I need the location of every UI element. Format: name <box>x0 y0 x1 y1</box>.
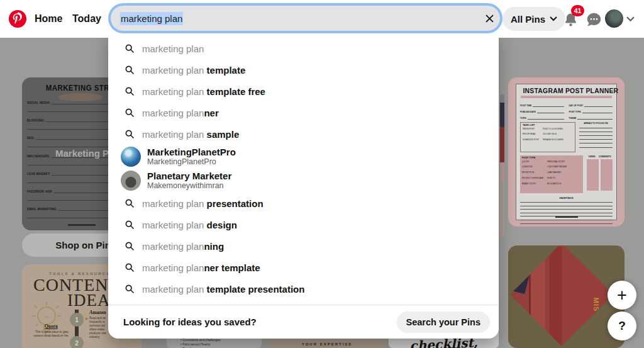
suggestion-row[interactable]: marketing plan template presentation <box>108 278 499 300</box>
suggestion-row[interactable]: marketing plan <box>108 38 499 59</box>
search-suggestions-dropdown: marketing plan marketing plan template m… <box>108 30 499 339</box>
saved-ideas-prompt: Looking for ideas you saved? <box>123 317 257 327</box>
collage-text: MIS <box>570 247 585 254</box>
pin-edge-sliver <box>500 94 504 236</box>
search-icon <box>125 220 135 230</box>
pin-instagram-post-planner[interactable]: INSTAGRAM POST PLANNER POST TIME DAY OF … <box>508 77 625 227</box>
collage-text: MIS <box>513 256 521 267</box>
suggestion-row[interactable]: marketing plan template <box>108 59 499 81</box>
arrow-right-icon: ▶ <box>86 316 89 320</box>
field-label: EMAIL MARKETING: <box>27 208 57 211</box>
profile-handle: Makemoneywithimran <box>147 181 231 191</box>
question-icon: ? <box>618 319 626 333</box>
nav-today-link[interactable]: Today <box>72 13 101 25</box>
account-menu-button[interactable] <box>624 13 636 25</box>
search-icon <box>125 65 135 75</box>
pinterest-logo[interactable] <box>9 10 26 28</box>
title-underline <box>521 96 612 98</box>
task-list-box: TASK LIST WRITE POST PROOF READ SCHEDULE… <box>520 122 575 152</box>
search-icon <box>125 262 135 272</box>
search-input[interactable]: marketing plan <box>111 6 500 31</box>
field-label: INFLUENCERS: <box>27 155 50 158</box>
profile-avatar <box>121 147 141 167</box>
field-label: LEAD MAGNET: <box>27 172 50 176</box>
pinterest-app: MARKETING STRATE SOCIAL MEDIA: BLOGGING:… <box>0 0 644 348</box>
search-icon <box>125 129 135 139</box>
search-icon <box>125 86 135 96</box>
post-type-box: POST TYPE QUOTE QUESTION PROMOTION PRODU… <box>520 155 583 193</box>
timeline-step-1: 1 <box>70 313 84 327</box>
messages-button[interactable] <box>584 9 604 30</box>
hashtags-label: HASHTAGS <box>520 196 613 199</box>
chevron-down-icon <box>626 16 635 22</box>
profile-suggestion[interactable]: Planetary Marketer Makemoneywithimran <box>108 169 499 193</box>
search-icon <box>125 198 135 208</box>
search-input-value: marketing plan <box>120 12 183 25</box>
top-nav: Home Today marketing plan All Pins 41 <box>0 0 644 38</box>
search-icon <box>125 241 135 251</box>
field-label: SOCIAL MEDIA: <box>27 101 50 104</box>
stats-box: VIEWS COMMENTS <box>587 155 613 193</box>
chat-icon <box>586 11 602 28</box>
nav-home-link[interactable]: Home <box>35 13 62 25</box>
header-fields: POST TIME DAY OF POST PUBLISH DATE POST … <box>520 101 613 120</box>
focus-areas-box: AREAS TO FOCUS ON <box>579 122 613 152</box>
profile-avatar <box>121 171 141 191</box>
profile-handle: MarketingPlanetPro <box>147 157 236 167</box>
lightbulb-icon <box>30 301 64 345</box>
item-text-quora: This is great place to get content ideas… <box>23 330 79 338</box>
suggestion-row[interactable]: marketing plan sample <box>108 123 499 145</box>
dropdown-footer: Looking for ideas you saved? Search your… <box>108 305 499 339</box>
suggestion-row[interactable]: marketing planning <box>108 235 499 257</box>
search-icon <box>125 43 135 53</box>
notification-badge: 41 <box>571 5 584 16</box>
help-button[interactable]: ? <box>608 312 636 340</box>
collage-text: MIS <box>592 298 600 312</box>
watermark <box>68 224 96 226</box>
watermark <box>555 216 578 218</box>
all-pins-filter-button[interactable]: All Pins <box>502 7 565 31</box>
suggestion-row[interactable]: marketing planner template <box>108 257 499 278</box>
notifications-button[interactable]: 41 <box>560 9 580 30</box>
decorative-smudge <box>58 93 103 101</box>
plus-icon: + <box>617 286 627 305</box>
suggestion-row[interactable]: marketing plan presentation <box>108 193 499 214</box>
profile-suggestion[interactable]: MarketingPlanetPro MarketingPlanetPro <box>108 145 499 169</box>
chevron-down-icon <box>550 16 557 21</box>
pin-title: INSTAGRAM POST PLANNER <box>523 87 609 94</box>
item-title-quora: Quora <box>45 323 58 329</box>
search-icon <box>125 284 135 294</box>
profile-name: Planetary Marketer <box>147 171 231 181</box>
search-your-pins-button[interactable]: Search your Pins <box>397 312 490 333</box>
profile-name: MarketingPlanetPro <box>147 147 236 157</box>
profile-avatar[interactable] <box>605 9 623 28</box>
suggestion-row[interactable]: marketing plan design <box>108 214 499 235</box>
clear-search-button[interactable] <box>479 8 499 28</box>
suggestion-row[interactable]: marketing planner <box>108 102 499 123</box>
suggestion-row[interactable]: marketing plan template free <box>108 81 499 102</box>
close-icon <box>484 13 495 24</box>
planner-sheet: INSTAGRAM POST PLANNER POST TIME DAY OF … <box>516 84 617 220</box>
all-pins-label: All Pins <box>511 14 545 25</box>
field-label: SEO: <box>27 137 35 140</box>
field-label: BLOGGING: <box>27 119 45 122</box>
item-title-amazon: Amazon <box>89 310 106 315</box>
search-icon <box>125 108 135 118</box>
collage-diamond: MIS MIS MIS <box>510 245 613 346</box>
field-label: FACEBOOK ADS: <box>27 190 53 193</box>
create-pin-button[interactable]: + <box>608 281 636 310</box>
